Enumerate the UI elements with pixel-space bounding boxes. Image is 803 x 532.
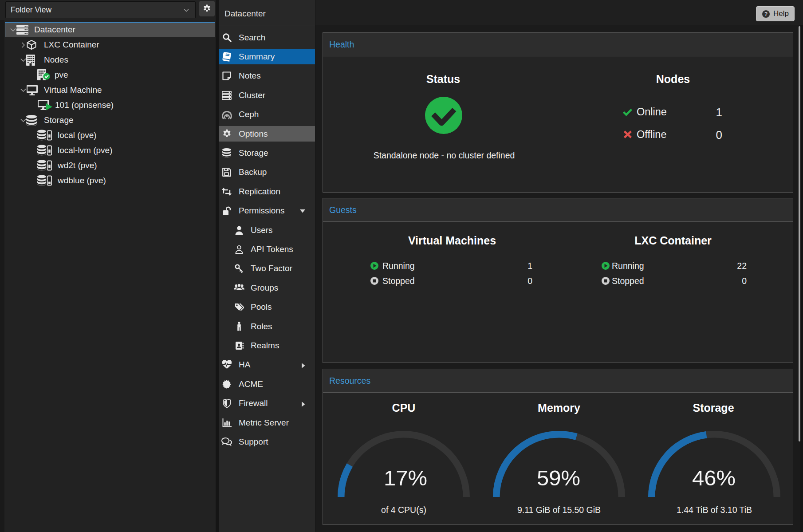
svg-text:?: ? — [764, 11, 768, 17]
